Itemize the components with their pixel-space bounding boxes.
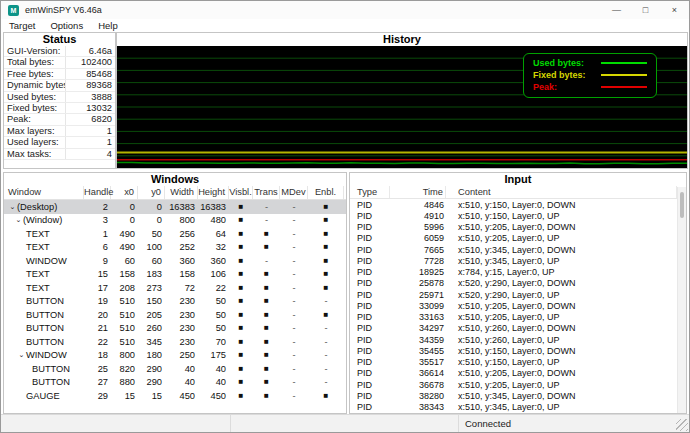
- menu-options[interactable]: Options: [50, 20, 83, 31]
- enbl-flag: ■: [308, 230, 344, 238]
- tree-item[interactable]: BUTTON: [4, 310, 84, 320]
- cell-time: 7665: [390, 245, 446, 255]
- input-event-row[interactable]: PID36614x:510, y:205, Layer:0, DOWN: [350, 368, 686, 379]
- table-row[interactable]: BUTTON2051020523050■■-■: [4, 308, 346, 322]
- table-row[interactable]: TEXT14905025664■■-■: [4, 227, 346, 241]
- input-event-row[interactable]: PID35455x:510, y:150, Layer:0, DOWN: [350, 345, 686, 356]
- tree-item[interactable]: BUTTON: [4, 323, 84, 333]
- tree-item[interactable]: TEXT: [4, 269, 84, 279]
- chevron-down-icon[interactable]: ⌄: [14, 216, 23, 224]
- cell-content: x:510, y:205, Layer:0, DOWN: [446, 222, 686, 232]
- input-event-row[interactable]: PID6059x:510, y:205, Layer:0, UP: [350, 233, 686, 244]
- column-header-time: Time: [390, 186, 446, 198]
- tree-item[interactable]: TEXT: [4, 283, 84, 293]
- table-row[interactable]: WINDOW96060360360■--■: [4, 254, 346, 268]
- input-event-row[interactable]: PID4910x:510, y:150, Layer:0, UP: [350, 210, 686, 221]
- input-event-row[interactable]: PID36678x:510, y:205, Layer:0, UP: [350, 379, 686, 390]
- cell-x0: 510: [111, 323, 138, 333]
- window-name: (Window): [23, 215, 62, 225]
- table-row[interactable]: TEXT172082737222■■-■: [4, 281, 346, 295]
- table-row[interactable]: BUTTON2251034523070■■--: [4, 335, 346, 349]
- cell-width: 252: [165, 242, 198, 252]
- table-row[interactable]: ⌄(Window)300800480■--■: [4, 214, 346, 228]
- table-row[interactable]: TEXT649010025232■■-■: [4, 241, 346, 255]
- cell-time: 34297: [390, 323, 446, 333]
- table-row[interactable]: GAUGE291515450450■■-■: [4, 389, 346, 403]
- status-value: 13032: [66, 103, 115, 113]
- trans-flag: ■: [253, 243, 280, 251]
- input-event-row[interactable]: PID34359x:510, y:260, Layer:0, UP: [350, 334, 686, 345]
- mdev-flag: -: [280, 256, 308, 266]
- input-event-row[interactable]: PID33163x:510, y:205, Layer:0, UP: [350, 312, 686, 323]
- tree-item[interactable]: GAUGE: [4, 391, 84, 401]
- cell-type: PID: [350, 233, 390, 243]
- tree-item[interactable]: ⌄(Window): [4, 215, 84, 225]
- tree-item[interactable]: ⌄(Desktop): [4, 202, 84, 212]
- input-event-row[interactable]: PID7665x:510, y:345, Layer:0, DOWN: [350, 244, 686, 255]
- legend-label: Peak:: [533, 82, 591, 92]
- cell-type: PID: [350, 211, 390, 221]
- menu-target[interactable]: Target: [9, 20, 35, 31]
- tree-item[interactable]: TEXT: [4, 242, 84, 252]
- cell-type: PID: [350, 346, 390, 356]
- statusbar-segment-3: Connected: [459, 415, 689, 432]
- status-row: GUI-Version:6.46a: [4, 46, 115, 57]
- trans-flag: ■: [253, 378, 280, 386]
- cell-y0: 183: [138, 269, 165, 279]
- minimize-icon[interactable]: —: [602, 1, 631, 19]
- cell-time: 36614: [390, 368, 446, 378]
- cell-content: x:510, y:205, Layer:0, DOWN: [446, 301, 686, 311]
- windows-table-body: ⌄(Desktop)2001638316383■--■⌄(Window)3008…: [4, 200, 346, 403]
- cell-width: 230: [165, 310, 198, 320]
- table-row[interactable]: BUTTON1951015023050■■--: [4, 295, 346, 309]
- input-event-row[interactable]: PID38280x:510, y:345, Layer:0, DOWN: [350, 390, 686, 401]
- close-icon[interactable]: ×: [660, 1, 689, 19]
- maximize-icon[interactable]: □: [631, 1, 660, 19]
- tree-item[interactable]: BUTTON: [4, 296, 84, 306]
- table-row[interactable]: ⌄(Desktop)2001638316383■--■: [4, 200, 346, 214]
- tree-item[interactable]: WINDOW: [4, 256, 84, 266]
- input-event-row[interactable]: PID34297x:510, y:260, Layer:0, DOWN: [350, 323, 686, 334]
- resize-grip-icon[interactable]: [676, 419, 688, 431]
- tree-item[interactable]: BUTTON: [4, 377, 84, 387]
- chevron-down-icon[interactable]: ⌄: [17, 351, 26, 359]
- statusbar-segment-1: [1, 415, 231, 432]
- tree-item[interactable]: TEXT: [4, 229, 84, 239]
- input-event-row[interactable]: PID25971x:520, y:290, Layer:0, UP: [350, 289, 686, 300]
- tree-item[interactable]: BUTTON: [4, 337, 84, 347]
- tree-item[interactable]: BUTTON: [4, 364, 84, 374]
- status-label: Total bytes:: [4, 57, 66, 67]
- input-event-row[interactable]: PID33099x:510, y:205, Layer:0, DOWN: [350, 300, 686, 311]
- table-row[interactable]: BUTTON278802904040■■--: [4, 376, 346, 390]
- legend-line-swatch: [601, 74, 647, 76]
- window-name: TEXT: [26, 229, 50, 239]
- cell-content: x:510, y:345, Layer:0, DOWN: [446, 245, 686, 255]
- status-label: Fixed bytes:: [4, 103, 66, 113]
- input-event-row[interactable]: PID25878x:520, y:290, Layer:0, DOWN: [350, 278, 686, 289]
- table-row[interactable]: ⌄WINDOW18800180250175■■--: [4, 349, 346, 363]
- legend-line-swatch: [601, 86, 647, 88]
- input-scrollbar[interactable]: [677, 187, 686, 413]
- input-event-row[interactable]: PID4846x:510, y:150, Layer:0, DOWN: [350, 199, 686, 210]
- tree-item[interactable]: ⌄WINDOW: [4, 350, 84, 360]
- table-row[interactable]: BUTTON258202904040■■--: [4, 362, 346, 376]
- visbl-flag: ■: [229, 311, 253, 319]
- input-event-row[interactable]: PID35517x:510, y:150, Layer:0, UP: [350, 357, 686, 368]
- visbl-flag: ■: [229, 338, 253, 346]
- menu-help[interactable]: Help: [98, 20, 118, 31]
- input-event-row[interactable]: PID5996x:510, y:205, Layer:0, DOWN: [350, 222, 686, 233]
- main-area: Status GUI-Version:6.46aTotal bytes:1024…: [1, 32, 689, 414]
- cell-time: 38343: [390, 402, 446, 412]
- chevron-down-icon[interactable]: ⌄: [8, 203, 17, 211]
- input-event-row[interactable]: PID38343x:510, y:345, Layer:0, UP: [350, 402, 686, 413]
- input-event-row[interactable]: PID18925x:784, y:15, Layer:0, UP: [350, 267, 686, 278]
- cell-content: x:510, y:260, Layer:0, UP: [446, 335, 686, 345]
- input-event-row[interactable]: PID7728x:510, y:345, Layer:0, UP: [350, 255, 686, 266]
- table-row[interactable]: BUTTON2151026023050■■--: [4, 322, 346, 336]
- table-row[interactable]: TEXT15158183158106■■-■: [4, 268, 346, 282]
- window-name: (Desktop): [17, 202, 57, 212]
- input-scrollbar-thumb[interactable]: [680, 192, 684, 218]
- cell-width: 360: [165, 256, 198, 266]
- cell-time: 7728: [390, 256, 446, 266]
- trans-flag: ■: [253, 365, 280, 373]
